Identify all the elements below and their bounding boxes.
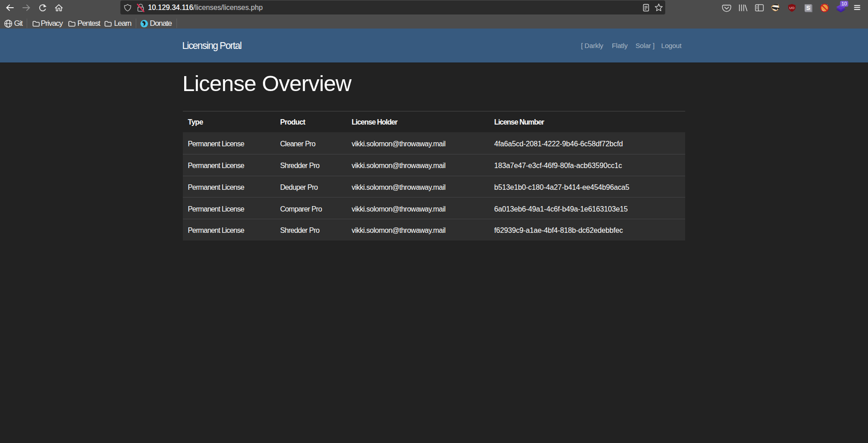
svg-text:S: S [806, 5, 810, 11]
svg-text:10: 10 [841, 1, 847, 6]
svg-text:UO: UO [789, 6, 795, 10]
